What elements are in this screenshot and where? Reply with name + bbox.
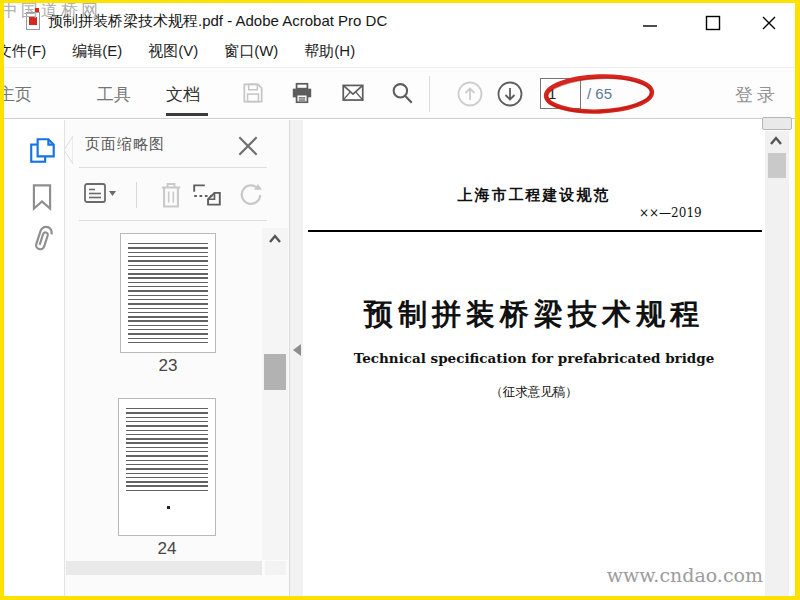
- sign-in-button[interactable]: 登录: [735, 83, 779, 107]
- document-draft-note: （征求意见稿）: [303, 384, 765, 401]
- rotate-pages-button[interactable]: [237, 180, 269, 210]
- panel-resize-strip[interactable]: [289, 120, 303, 596]
- collapse-panel-icon[interactable]: [293, 344, 301, 356]
- document-title: 预制拼装桥梁技术规程: [303, 295, 765, 335]
- save-button[interactable]: [240, 80, 266, 106]
- main-toolbar: 主页 工具 文档: [4, 67, 795, 119]
- menu-view[interactable]: 视图(V): [148, 42, 198, 61]
- next-page-icon: [496, 80, 524, 108]
- thumbnail-page-dot: [167, 506, 170, 509]
- watermark-red-dot: [35, 8, 39, 12]
- previous-page-button[interactable]: [456, 80, 482, 106]
- menu-edit[interactable]: 编辑(E): [72, 42, 122, 61]
- panel-toolbar-separator: [136, 182, 137, 208]
- close-icon: [761, 15, 777, 31]
- document-scrollbar[interactable]: [765, 131, 789, 596]
- split-document-icon: [191, 180, 223, 210]
- page-thumbnails-icon: [28, 136, 58, 166]
- maximize-icon: [705, 15, 721, 31]
- maximize-button[interactable]: [700, 11, 726, 35]
- scroll-position-widget[interactable]: [762, 117, 792, 130]
- sidebar-item-attachments[interactable]: [28, 224, 58, 254]
- rotate-counterclockwise-icon: [237, 180, 265, 210]
- split-document-button[interactable]: [191, 180, 223, 210]
- save-icon: [240, 80, 266, 106]
- scroll-up-icon[interactable]: [268, 234, 282, 244]
- acrobat-window: 预制拼装桥梁技术规程.pdf - Adobe Acrobat Pro DC 文件…: [0, 0, 800, 600]
- panel-close-button[interactable]: [235, 133, 261, 159]
- tab-document[interactable]: 文档: [166, 83, 200, 106]
- trash-icon: [157, 180, 185, 210]
- thumbnail-options-button[interactable]: [83, 180, 115, 210]
- thumbnail-content: [128, 243, 208, 343]
- menu-file[interactable]: 文件(F): [0, 42, 46, 61]
- title-bar: 预制拼装桥梁技术规程.pdf - Adobe Acrobat Pro DC: [4, 3, 795, 36]
- paperclip-icon: [28, 224, 58, 256]
- panel-notch: [64, 136, 73, 164]
- tab-tools[interactable]: 工具: [97, 83, 131, 106]
- menu-window[interactable]: 窗口(W): [224, 42, 278, 61]
- panel-horizontal-scrollbar[interactable]: [66, 561, 262, 575]
- tab-home[interactable]: 主页: [0, 83, 32, 106]
- document-header: 上海市工程建设规范: [303, 186, 765, 205]
- thumbnail-label: 24: [119, 539, 215, 559]
- panel-vertical-scrollbar[interactable]: [262, 228, 288, 560]
- options-menu-icon: [83, 180, 117, 208]
- thumbnail-page-23[interactable]: [120, 233, 216, 353]
- page-number-input[interactable]: [540, 78, 581, 109]
- watermark-top-left: 中国道桥网: [1, 0, 101, 22]
- previous-page-icon: [456, 80, 484, 108]
- scroll-up-icon[interactable]: [769, 136, 783, 146]
- minimize-icon: [642, 15, 658, 31]
- panel-divider: [79, 220, 267, 221]
- document-scrollbar-thumb[interactable]: [768, 153, 786, 178]
- email-button[interactable]: [340, 80, 366, 106]
- document-subtitle-english: Technical specification for prefabricate…: [303, 350, 765, 366]
- sidebar-item-page-thumbnails[interactable]: [28, 136, 58, 166]
- close-button[interactable]: [756, 11, 782, 35]
- thumbnail-label: 23: [120, 356, 216, 376]
- toolbar-separator: [429, 76, 430, 112]
- close-icon: [235, 133, 261, 159]
- panel-scrollbar-corner: [265, 561, 286, 575]
- search-icon: [389, 80, 415, 106]
- document-header-rule: [308, 230, 762, 232]
- panel-scrollbar-thumb[interactable]: [264, 354, 286, 390]
- thumbnail-content: [126, 408, 208, 491]
- page-total-label: / 65: [587, 85, 612, 102]
- bookmark-icon: [28, 182, 56, 212]
- document-code: ××—2019: [639, 206, 702, 220]
- navigation-rail: [4, 120, 65, 596]
- watermark-bottom-right: www.cndao.com: [607, 564, 763, 586]
- menu-help[interactable]: 帮助(H): [304, 42, 355, 61]
- delete-pages-button[interactable]: [157, 180, 189, 210]
- print-icon: [289, 80, 315, 106]
- sidebar-item-bookmarks[interactable]: [28, 182, 58, 212]
- panel-divider: [79, 167, 267, 168]
- thumbnail-page-24[interactable]: [118, 398, 216, 536]
- next-page-button[interactable]: [496, 80, 522, 106]
- active-tab-underline: [166, 113, 208, 116]
- document-page: 上海市工程建设规范 ××—2019 预制拼装桥梁技术规程 Technical s…: [303, 120, 765, 596]
- print-button[interactable]: [289, 80, 315, 106]
- minimize-button[interactable]: [637, 11, 663, 35]
- page-thumbnails-panel: 页面缩略图: [65, 120, 289, 596]
- menu-bar: 文件(F) 编辑(E) 视图(V) 窗口(W) 帮助(H): [4, 36, 795, 67]
- search-button[interactable]: [389, 80, 415, 106]
- panel-title: 页面缩略图: [85, 135, 165, 154]
- email-icon: [340, 80, 366, 106]
